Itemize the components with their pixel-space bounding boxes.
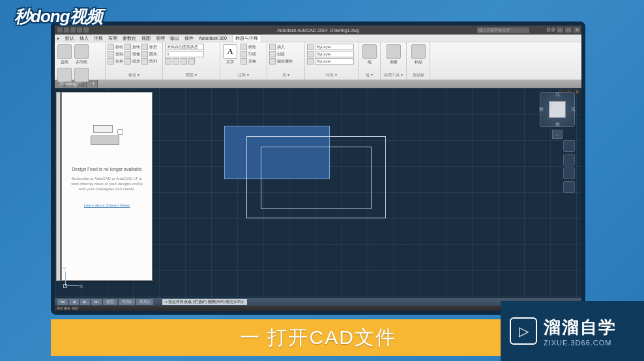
stretch-icon[interactable] [108, 58, 114, 65]
compass-north[interactable]: 北 [555, 91, 560, 98]
nav-wheel-button[interactable] [563, 140, 575, 152]
paste-button[interactable]: 粘贴 [409, 44, 428, 66]
group-label-annotation: 注释 ▾ [222, 72, 265, 78]
compass-south[interactable]: 南 [555, 121, 560, 128]
layout-nav-prev[interactable]: ◀ [69, 299, 79, 305]
line-button[interactable]: 直线 [57, 44, 72, 66]
qat-undo-icon[interactable] [77, 27, 82, 33]
layer-tool2-icon[interactable] [173, 58, 179, 65]
drawing-canvas[interactable]: – □ ✕ Design Feed is no longer available… [55, 88, 581, 298]
layer-state-select[interactable]: 未保存的图层状态 [165, 44, 204, 50]
tab-parametric[interactable]: 参数化 [120, 35, 139, 42]
mirror-icon[interactable] [124, 51, 131, 57]
edit-attr-icon[interactable] [269, 58, 276, 65]
tab-view[interactable]: 视图 [139, 35, 153, 42]
array-icon[interactable] [141, 58, 148, 65]
view-cube-face[interactable]: 上 [549, 101, 566, 118]
compass-west[interactable]: 西 [539, 106, 544, 113]
insert-button[interactable]: 插入 [277, 44, 285, 50]
edit-attr-button[interactable]: 编辑属性 [277, 59, 293, 65]
leader-icon[interactable] [241, 51, 247, 57]
tab-titles-notes[interactable]: 标题与注释 [232, 35, 261, 42]
help-search-input[interactable]: 键入关键字或短语 [477, 27, 529, 33]
layout1-tab[interactable]: 布局1 [119, 299, 135, 305]
sign-in-link[interactable]: 登录 [546, 27, 555, 33]
dim-linear-icon[interactable] [241, 44, 247, 50]
qat-redo-icon[interactable] [83, 27, 89, 33]
tab-default[interactable]: 默认 [63, 35, 77, 42]
copy-button[interactable]: 复制 [115, 51, 123, 57]
linetype-select[interactable]: ByLayer [315, 58, 354, 65]
app-menu-button[interactable]: ▸ [55, 36, 63, 41]
tab-annotate[interactable]: 注释 [91, 35, 106, 42]
tab-plugins[interactable]: 插件 [182, 35, 196, 42]
color-swatch-icon[interactable] [307, 44, 314, 50]
lineweight-icon[interactable] [307, 51, 314, 57]
layer-select[interactable]: 0 [165, 51, 204, 57]
fillet-button[interactable]: 圆角 [149, 51, 157, 57]
rotate-icon[interactable] [124, 44, 131, 50]
ribbon-tab-row: ▸ 默认 插入 注释 布局 参数化 视图 管理 输出 插件 Autodesk 3… [55, 35, 581, 42]
tab-a360[interactable]: Autodesk 360 [196, 36, 229, 40]
maximize-button[interactable]: □ [565, 27, 572, 33]
pan-button[interactable] [563, 154, 575, 166]
design-feed-panel: Design Feed is no longer available Subsc… [61, 92, 153, 281]
group-button[interactable]: 组 [360, 44, 378, 66]
layer-tool-icon[interactable] [165, 58, 171, 65]
linetype-icon[interactable] [307, 58, 314, 65]
minimize-button[interactable]: — [557, 27, 563, 33]
qat-open-icon[interactable] [64, 27, 69, 33]
layer-tool3-icon[interactable] [181, 58, 187, 65]
array-button[interactable]: 阵列 [149, 59, 157, 65]
tab-output[interactable]: 输出 [168, 35, 182, 42]
scale-button[interactable]: 缩放 [132, 59, 140, 65]
circle-button[interactable]: 圆 [57, 67, 72, 89]
leader-button[interactable]: 引线 [248, 51, 256, 57]
layer-tool4-icon[interactable] [188, 58, 195, 65]
table-icon[interactable] [241, 58, 247, 65]
view-cube[interactable]: 北 南 东 西 上 ⌂ [540, 92, 575, 137]
close-button[interactable]: ✕ [574, 27, 580, 33]
move-button[interactable]: 移动 [115, 44, 123, 50]
scale-icon[interactable] [124, 58, 131, 65]
color-select[interactable]: ByLayer [315, 44, 354, 50]
trim-icon[interactable] [141, 44, 148, 50]
tab-insert[interactable]: 插入 [77, 35, 91, 42]
panel-rail[interactable] [56, 92, 61, 281]
layout-nav-next[interactable]: ▶ [80, 299, 90, 305]
compass-east[interactable]: 东 [571, 106, 576, 113]
measure-button[interactable]: 测量 [383, 44, 404, 66]
rotate-button[interactable]: 旋转 [132, 44, 140, 50]
design-feed-icon [91, 125, 123, 147]
dim-linear-button[interactable]: 线性 [248, 44, 256, 50]
group-label-utilities: 实用工具 ▾ [383, 72, 404, 78]
orbit-button[interactable] [563, 181, 575, 193]
insert-icon[interactable] [269, 44, 276, 50]
stretch-button[interactable]: 拉伸 [115, 59, 123, 65]
qat-save-icon[interactable] [70, 27, 76, 33]
create-block-icon[interactable] [269, 51, 276, 57]
tab-layout[interactable]: 布局 [106, 35, 120, 42]
trim-button[interactable]: 修剪 [149, 44, 157, 50]
command-line[interactable]: x 指定对角点或 [栏选(F) 圈围(WP) 圈交(CP)]: [162, 299, 247, 305]
arc-button[interactable]: 圆弧 [74, 67, 89, 89]
lineweight-select[interactable]: ByLayer [315, 51, 354, 57]
panel-link[interactable]: Learn about Shared Views [68, 203, 145, 207]
layout-nav-last[interactable]: ⏭ [91, 299, 102, 305]
create-block-button[interactable]: 创建 [277, 51, 285, 57]
fillet-icon[interactable] [141, 51, 148, 57]
zoom-button[interactable] [563, 167, 575, 179]
mirror-button[interactable]: 镜像 [132, 51, 140, 57]
text-button[interactable]: A文字 [222, 44, 238, 66]
polyline-button[interactable]: 多段线 [74, 44, 89, 66]
qat-new-icon[interactable] [57, 27, 63, 33]
move-icon[interactable] [108, 44, 114, 50]
model-tab[interactable]: 模型 [103, 299, 117, 305]
table-button[interactable]: 表格 [248, 59, 256, 65]
view-home-button[interactable]: ⌂ [552, 130, 563, 139]
quick-access-toolbar[interactable] [57, 27, 89, 33]
layout-nav-first[interactable]: ⏮ [57, 299, 68, 305]
tab-manage[interactable]: 管理 [153, 35, 168, 42]
copy-icon[interactable] [108, 51, 114, 57]
layout2-tab[interactable]: 布局2 [136, 299, 153, 305]
